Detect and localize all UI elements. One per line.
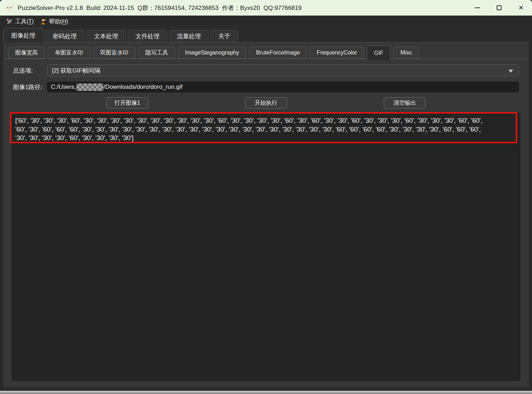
output-line: '30', '30', '30', '30', '60', '30', '30'… (15, 134, 517, 143)
option-combobox[interactable]: [2] 获取GIF帧间隔 (47, 64, 519, 76)
path-label: 图像1路径: (13, 83, 47, 91)
maximize-icon (497, 5, 502, 10)
option-selected-value: [2] 获取GIF帧间隔 (52, 66, 100, 75)
censored-username-block (76, 83, 103, 91)
window-title: PuzzleSolver-Pro v2.1.8 Build: 2024-11-1… (18, 4, 302, 12)
minimize-button[interactable] (466, 0, 488, 16)
subtab-image-steganography[interactable]: ImageSteganography (178, 47, 246, 59)
button-row: 打开图像1 开始执行 清空输出 (3, 97, 529, 109)
tab-traffic-processing[interactable]: 流量处理 (169, 30, 209, 42)
minimize-icon (475, 7, 480, 8)
close-button[interactable]: ✕ (510, 0, 532, 16)
tab-image-processing[interactable]: 图像处理 (4, 28, 43, 42)
path-prefix-text: C:/Users, (51, 83, 76, 91)
window-controls: ✕ (466, 0, 532, 16)
subtab-gif[interactable]: GIF (367, 46, 391, 60)
subtab-frequency-color[interactable]: FrequencyColor (310, 47, 364, 59)
main-tabbar: 图像处理 密码处理 文本处理 文件处理 流量处理 关于 (0, 28, 532, 42)
execute-button[interactable]: 开始执行 (245, 97, 287, 109)
menu-item-label: 工具(T) (15, 18, 34, 25)
sub-tabbar: 图像宽高 单图盲水印 双图盲水印 隐写工具 ImageSteganography… (3, 42, 529, 59)
titlebar: PuzzleSolver-Pro v2.1.8 Build: 2024-11-1… (0, 0, 532, 16)
subtab-misc[interactable]: Misc (393, 47, 419, 59)
menu-item-tools[interactable]: 工具(T) (4, 17, 38, 27)
tab-text-processing[interactable]: 文本处理 (86, 30, 126, 42)
option-label: 总选项: (13, 66, 47, 75)
subtab-bruteforce-image[interactable]: BruteForceImage (249, 47, 307, 59)
menu-item-help[interactable]: 帮助(H) (38, 17, 72, 27)
menubar: 工具(T) 帮助(H) (0, 16, 532, 28)
output-line: '60', '30', '60', '60', '60', '30', '30'… (15, 125, 517, 134)
image1-path-input[interactable]: C:/Users,/Downloads/doro/doro_run.gif (47, 82, 519, 92)
image-processing-pane: 图像宽高 单图盲水印 双图盲水印 隐写工具 ImageSteganography… (3, 42, 529, 388)
output-textarea[interactable]: ['60', '30', '30', '30', '60', '30', '30… (12, 113, 520, 381)
option-row: 总选项: [2] 获取GIF帧间隔 (13, 64, 519, 76)
open-image1-button[interactable]: 打开图像1 (106, 97, 148, 109)
subtab-image-size[interactable]: 图像宽高 (8, 47, 45, 59)
window-bottom-edge (0, 391, 532, 394)
tab-password-processing[interactable]: 密码处理 (45, 30, 85, 42)
close-icon: ✕ (518, 5, 524, 11)
maximize-button[interactable] (488, 0, 510, 16)
subtab-dual-watermark[interactable]: 双图盲水印 (93, 47, 135, 59)
hammer-wrench-icon (6, 18, 13, 25)
menu-item-label: 帮助(H) (49, 18, 68, 25)
chevron-down-icon (508, 70, 513, 73)
sheep-app-icon (5, 3, 14, 13)
tab-file-processing[interactable]: 文件处理 (128, 30, 167, 42)
path-suffix-text: /Downloads/doro/doro_run.gif (104, 83, 183, 91)
clear-output-button[interactable]: 清空输出 (384, 97, 426, 109)
output-line: ['60', '30', '30', '30', '60', '30', '30… (15, 116, 517, 125)
path-row: 图像1路径: C:/Users,/Downloads/doro/doro_run… (13, 82, 519, 92)
person-help-icon (40, 18, 46, 25)
tab-about[interactable]: 关于 (210, 30, 238, 42)
subtab-single-watermark[interactable]: 单图盲水印 (48, 47, 90, 59)
app-window: PuzzleSolver-Pro v2.1.8 Build: 2024-11-1… (0, 0, 532, 42)
subtab-stego-tools[interactable]: 隐写工具 (138, 47, 175, 59)
